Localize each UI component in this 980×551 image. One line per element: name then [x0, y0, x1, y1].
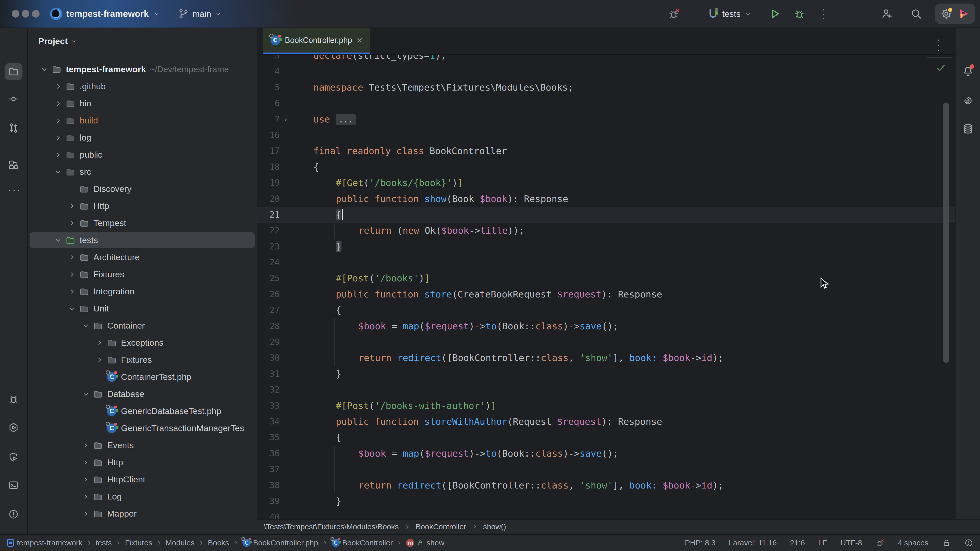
- project-panel-header[interactable]: Project: [38, 36, 77, 46]
- line-number[interactable]: 5: [257, 79, 280, 95]
- tree-item-public[interactable]: public: [27, 146, 257, 163]
- chevron-right-icon[interactable]: [81, 440, 91, 451]
- chevron-right-icon[interactable]: [67, 269, 77, 279]
- chevron-right-icon[interactable]: [67, 218, 77, 228]
- code-line-4[interactable]: 4: [257, 64, 955, 79]
- code-line-22[interactable]: 22return (new Ok($book->title));: [257, 223, 955, 238]
- window-minimize-button[interactable]: [22, 10, 29, 17]
- tree-item-httpclient[interactable]: HttpClient: [27, 471, 257, 488]
- status-item-4-spaces[interactable]: 4 spaces: [898, 538, 928, 547]
- inspection-menu-icon[interactable]: ···: [937, 37, 941, 52]
- tree-item-genericdatabasetest-php[interactable]: CGenericDatabaseTest.php: [27, 403, 257, 420]
- status-breadcrumb-bookcontroller-php[interactable]: CBookController.php: [242, 538, 318, 547]
- sticky-path-item[interactable]: show(): [483, 522, 506, 531]
- code-line-35[interactable]: 35{: [257, 430, 955, 445]
- code-line-23[interactable]: 23}: [257, 239, 955, 254]
- chevron-down-icon[interactable]: [39, 64, 49, 75]
- window-zoom-button[interactable]: [32, 10, 40, 17]
- code-line-17[interactable]: 17final readonly class BookController: [257, 143, 955, 159]
- more-run-actions-icon[interactable]: ···: [822, 7, 827, 21]
- status-breadcrumb-modules[interactable]: Modules: [165, 538, 194, 547]
- terminal-tool-icon[interactable]: [8, 480, 19, 491]
- run-configuration-widget[interactable]: tests: [708, 6, 752, 22]
- inspection-ok-icon[interactable]: [935, 63, 946, 73]
- line-number[interactable]: 35: [257, 430, 280, 445]
- tree-item-discovery[interactable]: Discovery: [27, 180, 257, 197]
- status-item-php-8-3[interactable]: PHP: 8.3: [685, 538, 716, 547]
- project-widget[interactable]: tempest-framework: [50, 6, 161, 22]
- chevron-down-icon[interactable]: [81, 321, 91, 331]
- code-line-27[interactable]: 27{: [257, 302, 955, 318]
- chevron-right-icon[interactable]: [94, 338, 105, 348]
- chevron-right-icon[interactable]: [81, 492, 91, 502]
- code-line-30[interactable]: 30return redirect([BookController::class…: [257, 350, 955, 366]
- code-line-40[interactable]: 40: [257, 509, 955, 519]
- status-breadcrumb-tempest-framework[interactable]: tempest-framework: [6, 538, 83, 547]
- tree-item-architecture[interactable]: Architecture: [27, 249, 257, 266]
- chevron-down-icon[interactable]: [67, 303, 77, 314]
- code-line-7[interactable]: 7›use ...: [257, 111, 955, 127]
- fold-chevron-icon[interactable]: ›: [280, 111, 291, 127]
- code-line-33[interactable]: 33#[Post('/books-with-author')]: [257, 398, 955, 414]
- chevron-right-icon[interactable]: [81, 475, 91, 485]
- services-tool-icon[interactable]: [8, 422, 19, 433]
- tree-item-bin[interactable]: bin: [27, 95, 257, 112]
- line-number[interactable]: 36: [257, 446, 280, 462]
- line-number[interactable]: 34: [257, 414, 280, 430]
- status-breadcrumb-books[interactable]: Books: [208, 538, 229, 547]
- code-line-6[interactable]: 6: [257, 95, 955, 111]
- mute-breakpoints-icon[interactable]: [875, 538, 885, 548]
- window-close-button[interactable]: [12, 10, 19, 17]
- line-number[interactable]: 30: [257, 350, 280, 366]
- line-number[interactable]: 32: [257, 382, 280, 398]
- tree-item-build[interactable]: build: [27, 112, 257, 129]
- line-number[interactable]: 23: [257, 239, 280, 254]
- more-tools-icon[interactable]: ···: [8, 184, 19, 192]
- chevron-right-icon[interactable]: [53, 81, 63, 92]
- line-number[interactable]: 38: [257, 478, 280, 493]
- code-line-31[interactable]: 31}: [257, 366, 955, 382]
- line-number[interactable]: 18: [257, 159, 280, 175]
- database-tool-icon[interactable]: [962, 123, 974, 135]
- chevron-right-icon[interactable]: [53, 150, 63, 160]
- chevron-right-icon[interactable]: [81, 457, 91, 468]
- line-number[interactable]: 27: [257, 302, 280, 318]
- code-line-38[interactable]: 38return redirect([BookController::class…: [257, 478, 955, 493]
- tree-item-integration[interactable]: Integration: [27, 283, 257, 300]
- code-line-21[interactable]: 21{: [257, 207, 955, 223]
- commit-tool-icon[interactable]: [8, 94, 19, 105]
- tree-item-containertest-php[interactable]: CContainerTest.php: [27, 368, 257, 386]
- settings-gear-icon[interactable]: [940, 8, 952, 20]
- tree-item-tempest[interactable]: Tempest: [27, 214, 257, 232]
- code-line-37[interactable]: 37: [257, 462, 955, 477]
- shield-play-tool-icon[interactable]: [8, 451, 19, 463]
- line-number[interactable]: 4: [257, 64, 280, 79]
- chevron-down-icon[interactable]: [53, 167, 63, 177]
- code-line-39[interactable]: 39}: [257, 493, 955, 509]
- line-number[interactable]: 29: [257, 334, 280, 350]
- status-breadcrumb-bookcontroller[interactable]: CBookController: [331, 538, 393, 547]
- line-number[interactable]: 21: [257, 207, 280, 223]
- line-number[interactable]: 6: [257, 95, 280, 111]
- tree-item-container[interactable]: Container: [27, 317, 257, 334]
- line-number[interactable]: 7: [257, 111, 280, 127]
- tree-item-exceptions[interactable]: Exceptions: [27, 334, 257, 351]
- sticky-path-item[interactable]: \Tests\Tempest\Fixtures\Modules\Books: [264, 522, 399, 531]
- tree-item-http[interactable]: Http: [27, 197, 257, 214]
- sticky-path-item[interactable]: BookController: [416, 522, 466, 531]
- chevron-down-icon[interactable]: [81, 389, 91, 399]
- chevron-right-icon[interactable]: [67, 201, 77, 211]
- chevron-right-icon[interactable]: [94, 355, 105, 365]
- tree-item-http[interactable]: Http: [27, 454, 257, 471]
- pull-requests-tool-icon[interactable]: [8, 122, 19, 134]
- line-number[interactable]: 16: [257, 127, 280, 143]
- tree-item-fixtures[interactable]: Fixtures: [27, 351, 257, 368]
- chevron-right-icon[interactable]: [53, 98, 63, 109]
- mute-breakpoints-icon[interactable]: [668, 8, 680, 20]
- line-number[interactable]: 39: [257, 493, 280, 509]
- code-line-28[interactable]: 28$book = map($request)->to(Book::class)…: [257, 318, 955, 334]
- status-breadcrumb-tests[interactable]: tests: [96, 538, 112, 547]
- tree-item-generictransactionmanagertes[interactable]: CGenericTransactionManagerTes: [27, 420, 257, 437]
- chevron-right-icon[interactable]: [53, 133, 63, 143]
- error-circle-icon[interactable]: [964, 538, 974, 548]
